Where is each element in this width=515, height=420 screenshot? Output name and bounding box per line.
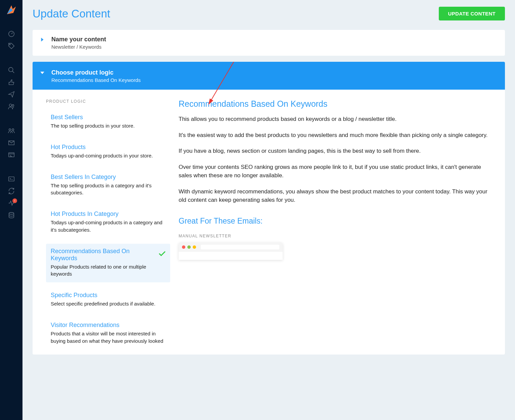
- page-title: Update Content: [33, 7, 110, 20]
- logic-item-title: Recommendations Based On Keywords: [51, 248, 166, 262]
- panel-name-content: Name your content Newsletter / Keywords: [33, 30, 505, 56]
- database-icon[interactable]: [0, 209, 22, 221]
- logic-item[interactable]: Best SellersThe top selling products in …: [46, 110, 170, 134]
- svg-point-6: [12, 129, 14, 131]
- activity-icon[interactable]: !: [0, 197, 22, 209]
- group-icon[interactable]: [0, 125, 22, 137]
- refresh-icon[interactable]: [0, 185, 22, 197]
- detail-paragraph: It's the easiest way to add the best pro…: [179, 131, 488, 140]
- svg-point-3: [9, 104, 11, 106]
- mail-icon[interactable]: [0, 137, 22, 149]
- panel-head-name[interactable]: Name your content Newsletter / Keywords: [33, 30, 505, 56]
- panel-subtitle: Recommendations Based On Keywords: [51, 77, 498, 83]
- browser-icon[interactable]: [0, 149, 22, 161]
- svg-point-5: [9, 129, 11, 131]
- detail-paragraph: With dynamic keyword recommendations, yo…: [179, 187, 488, 204]
- logic-item[interactable]: Hot ProductsTodays up-and-coming product…: [46, 140, 170, 164]
- svg-rect-9: [8, 177, 14, 181]
- main-content: Update Content UPDATE CONTENT Name your …: [22, 0, 515, 420]
- detail-subheading: Great For These Emails:: [179, 217, 488, 226]
- window-dot-red: [182, 245, 185, 249]
- logic-item-title: Best Sellers In Category: [51, 174, 166, 181]
- logic-item-desc: The top selling products in your store.: [51, 122, 166, 130]
- detail-paragraph: If you have a blog, news section or cust…: [179, 147, 488, 155]
- checkmark-icon: [159, 251, 166, 258]
- svg-point-4: [12, 105, 14, 107]
- logic-item[interactable]: Specific ProductsSelect specific predefi…: [46, 288, 170, 312]
- logic-item-desc: The top selling products in a category a…: [51, 182, 166, 197]
- logic-item-desc: Popular Products related to one or multi…: [51, 263, 166, 278]
- email-preview-mock: [179, 242, 283, 260]
- window-dot-yellow: [193, 245, 196, 249]
- section-label: PRODUCT LOGIC: [46, 99, 170, 104]
- update-content-button[interactable]: UPDATE CONTENT: [439, 7, 505, 20]
- panel-subtitle: Newsletter / Keywords: [51, 44, 498, 50]
- logic-item-desc: Todays up-and-coming products in a categ…: [51, 219, 166, 234]
- product-logic-list: Best SellersThe top selling products in …: [46, 110, 170, 349]
- send-icon[interactable]: [0, 88, 22, 100]
- logic-item-title: Hot Products: [51, 144, 166, 151]
- logic-item[interactable]: Hot Products In CategoryTodays up-and-co…: [46, 206, 170, 238]
- svg-point-2: [8, 67, 13, 72]
- url-bar-mock: [201, 245, 279, 249]
- svg-point-10: [9, 213, 14, 215]
- alert-badge: !: [12, 198, 17, 203]
- logic-item[interactable]: Best Sellers In CategoryThe top selling …: [46, 170, 170, 201]
- detail-paragraph: Over time your contents SEO ranking grow…: [179, 163, 488, 180]
- thumbs-up-icon[interactable]: [0, 76, 22, 88]
- logic-item-desc: Todays up-and-coming products in your st…: [51, 152, 166, 159]
- logic-item-title: Specific Products: [51, 292, 166, 299]
- logic-item-title: Best Sellers: [51, 114, 166, 121]
- svg-point-1: [9, 44, 10, 45]
- logic-item-title: Hot Products In Category: [51, 211, 166, 218]
- window-dot-green: [187, 245, 191, 249]
- detail-body: This allows you to recommend products ba…: [179, 115, 488, 204]
- panel-title: Name your content: [51, 36, 498, 43]
- detail-paragraph: This allows you to recommend products ba…: [179, 115, 488, 124]
- panel-title: Choose product logic: [51, 69, 498, 76]
- logic-item[interactable]: Recommendations Based On KeywordsPopular…: [46, 244, 170, 283]
- terminal-icon[interactable]: [0, 173, 22, 185]
- collapse-icon: [40, 71, 45, 77]
- detail-heading: Recommendations Based On Keywords: [179, 99, 488, 109]
- expand-icon: [40, 37, 45, 43]
- dashboard-icon[interactable]: [0, 28, 22, 40]
- panel-product-logic: Choose product logic Recommendations Bas…: [33, 62, 505, 355]
- tag-icon[interactable]: [0, 40, 22, 52]
- app-logo-icon: [5, 3, 18, 16]
- logic-item-title: Visitor Recommendations: [51, 322, 166, 329]
- users-icon[interactable]: [0, 100, 22, 112]
- logic-item-desc: Products that a visitor will be most int…: [51, 330, 166, 345]
- logic-item[interactable]: Visitor RecommendationsProducts that a v…: [46, 318, 170, 349]
- email-type-label: MANUAL NEWSLETTER: [179, 234, 488, 238]
- panel-head-logic[interactable]: Choose product logic Recommendations Bas…: [33, 62, 505, 90]
- sidebar: !: [0, 0, 22, 420]
- search-icon[interactable]: [0, 64, 22, 76]
- logic-item-desc: Select specific predefined products if a…: [51, 300, 166, 308]
